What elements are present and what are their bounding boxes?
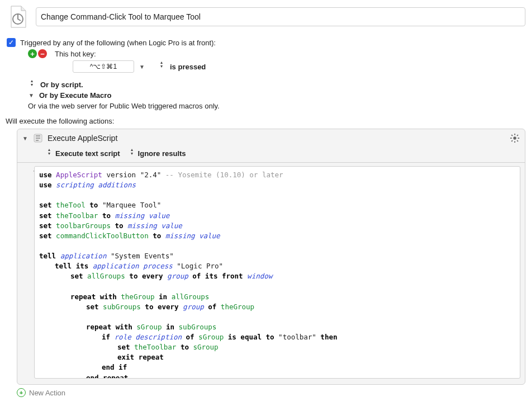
hotkey-input[interactable]: ^⌥⇧⌘1	[73, 60, 134, 73]
results-mode-stepper[interactable]	[128, 150, 136, 158]
action-panel: Execute AppleScript Execute text script …	[17, 129, 525, 385]
macro-icon	[6, 4, 30, 29]
execute-mode-stepper[interactable]	[45, 150, 53, 158]
script-textarea[interactable]: use AppleScript version "2.4" -- Yosemit…	[34, 166, 520, 379]
svg-line-10	[517, 135, 518, 136]
macro-title-text: Change Command-Click Tool to Marquee Too…	[41, 12, 201, 21]
action-disclose-icon[interactable]	[22, 135, 29, 141]
actions-label: Will execute the following actions:	[6, 117, 114, 125]
results-mode-label: Ignore results	[138, 149, 186, 158]
new-action-label: New Action	[29, 389, 65, 397]
trigger-enabled-checkbox[interactable]	[7, 38, 16, 47]
execute-macro-disclose-icon[interactable]	[28, 92, 35, 99]
pressed-mode-label: is pressed	[170, 63, 206, 71]
macro-title-input[interactable]: Change Command-Click Tool to Marquee Too…	[36, 7, 525, 26]
svg-point-2	[513, 136, 516, 139]
script-trigger-stepper[interactable]	[28, 81, 36, 89]
new-action-button[interactable]: + New Action	[17, 388, 525, 397]
svg-line-8	[517, 140, 518, 141]
action-gear-icon[interactable]	[509, 133, 520, 144]
hotkey-label: This hot key:	[55, 50, 96, 58]
action-title: Execute AppleScript	[48, 134, 117, 143]
applescript-icon	[33, 133, 43, 143]
hotkey-options-disclose-icon[interactable]	[139, 63, 145, 70]
add-trigger-button[interactable]: +	[28, 49, 37, 58]
or-macro-label: Or by Execute Macro	[39, 91, 111, 100]
remove-trigger-button[interactable]: −	[38, 49, 47, 58]
or-script-label: Or by script.	[40, 81, 83, 89]
execute-mode-label: Execute text script	[55, 149, 120, 158]
or-web-label: Or via the web server for Public Web tri…	[28, 102, 220, 110]
svg-line-9	[511, 140, 513, 141]
plus-icon: +	[17, 388, 26, 397]
trigger-label: Triggered by any of the following (when …	[20, 39, 216, 47]
pressed-mode-stepper[interactable]	[158, 63, 165, 70]
svg-line-7	[511, 135, 513, 136]
